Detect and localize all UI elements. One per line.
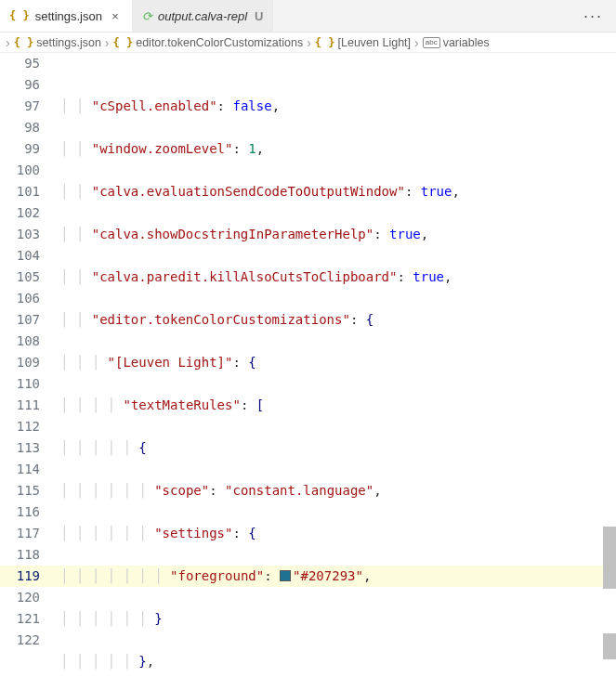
line-number-gutter: 9596979899100101102103104105106107108109… — [0, 53, 60, 677]
tab-label: settings.json — [35, 9, 102, 23]
modified-badge: U — [255, 9, 263, 23]
json-icon: { } — [113, 36, 134, 49]
breadcrumb-key[interactable]: abc variables — [423, 36, 490, 49]
clojure-icon: ⟳ — [142, 9, 152, 23]
color-swatch — [280, 570, 291, 581]
code-editor[interactable]: 9596979899100101102103104105106107108109… — [0, 53, 616, 677]
tab-label: output.calva-repl — [158, 9, 247, 23]
json-icon: { } — [14, 36, 34, 49]
string-icon: abc — [423, 37, 440, 48]
scroll-thumb[interactable] — [603, 633, 616, 659]
breadcrumb-label: variables — [443, 36, 490, 49]
breadcrumb-key[interactable]: { } editor.tokenColorCustomizations — [113, 36, 304, 49]
chevron-right-icon: › — [307, 36, 311, 49]
chevron-right-icon: › — [6, 36, 10, 49]
breadcrumb-file[interactable]: { } settings.json — [14, 36, 101, 49]
vertical-scrollbar[interactable] — [603, 53, 616, 677]
close-icon[interactable]: × — [108, 9, 123, 23]
tab-settings-json[interactable]: { } settings.json × — [0, 0, 133, 32]
code-content[interactable]: │ │ "cSpell.enabled": false, │ │ "window… — [60, 53, 616, 677]
tab-bar: { } settings.json × ⟳ output.calva-repl … — [0, 0, 616, 33]
scroll-thumb[interactable] — [603, 527, 616, 589]
chevron-right-icon: › — [414, 36, 419, 49]
json-icon: { } — [315, 36, 335, 49]
breadcrumb: › { } settings.json › { } editor.tokenCo… — [0, 33, 616, 53]
tab-overflow-button[interactable]: ··· — [570, 7, 616, 26]
breadcrumb-key[interactable]: { } [Leuven Light] — [315, 36, 411, 49]
json-icon: { } — [9, 9, 30, 22]
breadcrumb-label: settings.json — [36, 36, 100, 49]
tab-output-calva-repl[interactable]: ⟳ output.calva-repl U — [133, 0, 274, 32]
breadcrumb-label: editor.tokenColorCustomizations — [136, 36, 303, 49]
breadcrumb-label: [Leuven Light] — [338, 36, 412, 49]
chevron-right-icon: › — [105, 36, 110, 49]
